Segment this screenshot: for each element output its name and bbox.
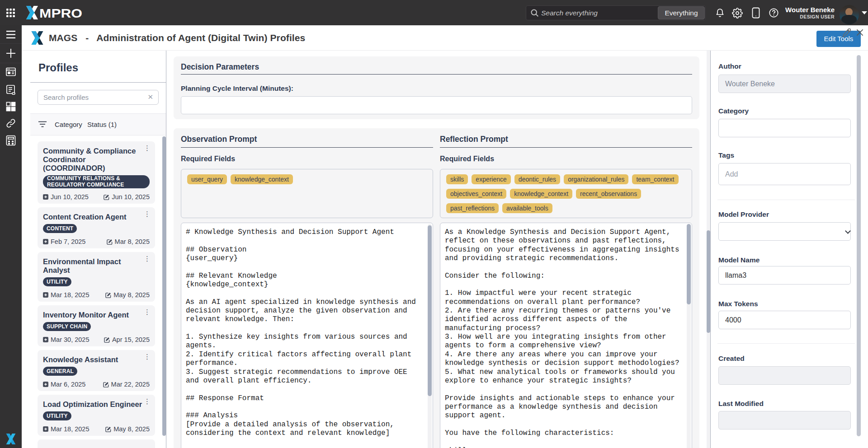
- svg-text:MPRO: MPRO: [39, 6, 82, 19]
